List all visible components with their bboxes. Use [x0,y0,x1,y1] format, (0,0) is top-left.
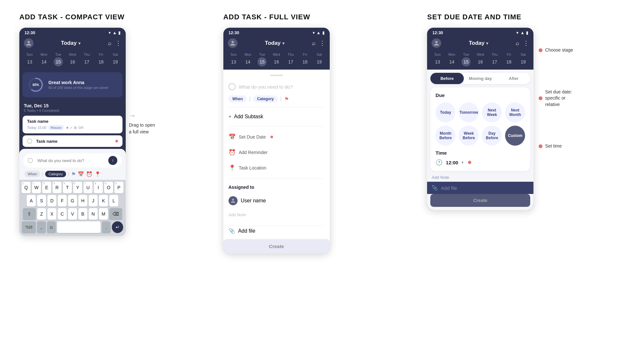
search-icon-compact[interactable]: ⌕ [108,40,112,47]
add-file-row[interactable]: 📎 Add file [229,226,325,236]
stage-before[interactable]: Before [430,73,463,84]
phone-body-compact: 60% Great work Anna 60 of 100 tasks of t… [19,70,126,236]
when-chip[interactable]: When [24,171,40,177]
key-comma[interactable]: , [37,221,46,233]
phone-body-full: What do you need to do? When | Category … [223,70,330,254]
key-space[interactable] [57,221,101,233]
set-due-date-row[interactable]: 📅 Set Due Date [229,131,325,143]
date-option-next-week[interactable]: NextWeek [482,102,502,122]
task-item-1[interactable]: Task name Today 15:00 House ★ ✓ ⊞ 0/4 [23,116,122,133]
key-shift[interactable]: ⇧ [23,208,36,220]
key-y[interactable]: 6Y [73,182,82,193]
task-location-row[interactable]: 📍 Task Location [229,162,325,174]
key-v[interactable]: V [68,208,77,220]
key-k[interactable]: K [99,195,108,207]
key-r[interactable]: 4R [53,182,62,193]
when-chip-full[interactable]: When [229,95,247,102]
day-tue-dt[interactable]: Tue15 [462,53,471,66]
date-option-day-before[interactable]: DayBefore [482,126,502,146]
key-row-special: ?123 , ☺ . ↵ [21,221,124,233]
flag-icon-full[interactable]: ⚑ [284,96,289,102]
avatar-full [228,38,238,48]
task-item-2[interactable]: Task name [23,135,122,147]
date-option-month-before[interactable]: MonthBefore [435,126,455,146]
key-z[interactable]: Z [37,208,46,220]
date-option-tomorrow[interactable]: Tomorrow [459,102,479,122]
key-123[interactable]: ?123 [22,221,36,233]
key-n[interactable]: N [89,208,98,220]
key-j[interactable]: J [89,195,98,207]
key-x[interactable]: X [47,208,56,220]
week-strip-dt: Sun13 Mon14 Tue15 Wed16 Thu17 Fri18 Sat1… [427,51,533,70]
key-return[interactable]: ↵ [112,221,123,233]
day-mon-dt: Mon14 [447,53,456,66]
key-i[interactable]: 8I [94,182,103,193]
key-d[interactable]: D [47,195,56,207]
calendar-icon-toolbar[interactable]: 📅 [78,171,84,177]
key-g[interactable]: G [68,195,77,207]
send-button[interactable]: ↑ [108,156,117,165]
key-emoji[interactable]: ☺ [47,221,56,233]
due-date-dot [270,136,273,138]
search-icon-full[interactable]: ⌕ [312,40,316,47]
task-meta-1: Today 15:00 House ★ ✓ ⊞ 0/4 [27,125,118,130]
key-m[interactable]: M [99,208,108,220]
day-mon: Mon14 [39,53,48,66]
chevron-icon-full: ▾ [282,41,285,46]
annotation-dot-time [539,144,542,148]
category-chip-full[interactable]: Category [253,95,278,102]
key-l[interactable]: L [109,195,118,207]
stage-after[interactable]: After [497,73,530,84]
key-u[interactable]: 7U [83,182,93,193]
key-backspace[interactable]: ⌫ [109,208,122,220]
key-c[interactable]: C [58,208,67,220]
create-button-dt[interactable]: Create [430,194,530,207]
create-button-full[interactable]: Create [223,239,330,254]
key-p[interactable]: 0P [114,182,123,193]
key-period[interactable]: . [102,221,111,233]
signal-icon: ▲ [112,30,117,35]
more-icon-dt[interactable]: ⋮ [523,40,529,47]
key-e[interactable]: 3E [42,182,51,193]
add-note-full[interactable]: Add Note [229,210,325,219]
key-q[interactable]: 1Q [22,182,31,193]
date-option-week-before[interactable]: WeekBefore [459,126,479,146]
day-fri-f: Fri18 [300,53,309,66]
flag-icon-toolbar[interactable]: ⚑ [71,171,76,177]
compact-task-input[interactable] [37,158,105,163]
key-a[interactable]: A [27,195,36,207]
phone-header-dt: Today ▾ ⌕ ⋮ [427,36,533,51]
toolbar-row: When | Category | ⚑ 📅 ⏰ 📍 [23,171,122,177]
annotations: Choose stage Set due date:specific orrel… [539,28,573,150]
battery-icon-dt: ▮ [526,30,528,35]
day-sun: Sun13 [25,53,34,66]
add-reminder-row[interactable]: ⏰ Add Reminder [229,146,325,159]
day-tue-f[interactable]: Tue15 [258,53,267,66]
key-s[interactable]: S [37,195,46,207]
date-option-next-month[interactable]: NextMonth [505,102,525,122]
time-chevron-icon: ▾ [462,160,463,165]
day-tue[interactable]: Tue15 [54,53,63,66]
key-w[interactable]: 2W [32,182,41,193]
add-subtask-row[interactable]: + Add Subtask [229,112,325,121]
stage-moving[interactable]: Moving day [464,73,497,84]
key-o[interactable]: 9O [104,182,113,193]
key-h[interactable]: H [78,195,87,207]
more-icon-compact[interactable]: ⋮ [115,40,121,47]
add-note-dt[interactable]: Add Note [427,171,533,182]
date-option-today[interactable]: Today [435,102,455,122]
date-grid: Today Tomorrow NextWeek NextMonth MonthB… [435,102,525,146]
task-badge-1: House [48,125,64,130]
annotation-text-time: Set time [545,143,561,150]
category-chip[interactable]: Category [45,171,66,177]
bottom-bar-dt: 📎 Add file [427,182,533,194]
key-t[interactable]: 5T [63,182,72,193]
more-icon-full[interactable]: ⋮ [319,40,325,47]
key-f[interactable]: F [58,195,67,207]
key-b[interactable]: B [78,208,87,220]
alarm-icon-toolbar[interactable]: ⏰ [86,171,93,177]
location-icon-toolbar[interactable]: 📍 [94,171,101,177]
add-subtask-label: Add Subtask [234,114,263,120]
date-option-custom[interactable]: Custom [505,126,525,146]
search-icon-dt[interactable]: ⌕ [516,40,519,47]
